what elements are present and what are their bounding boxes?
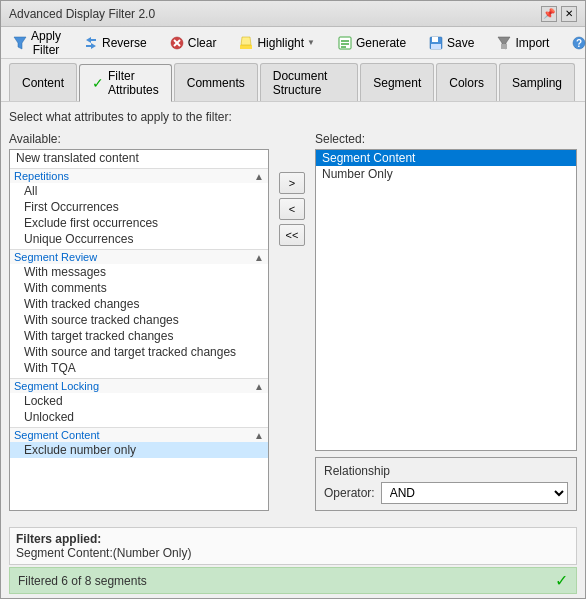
apply-filter-label: Apply Filter bbox=[31, 29, 61, 57]
list-item-unique-occurrences[interactable]: Unique Occurrences bbox=[10, 231, 268, 247]
filters-applied-value: Segment Content:(Number Only) bbox=[16, 546, 570, 560]
segment-status-bar: Filtered 6 of 8 segments ✓ bbox=[9, 567, 577, 594]
svg-rect-11 bbox=[432, 37, 438, 42]
content-description: Select what attributes to apply to the f… bbox=[9, 110, 577, 124]
operator-select[interactable]: AND OR bbox=[381, 482, 568, 504]
segment-status-check-icon: ✓ bbox=[555, 571, 568, 590]
tab-filter-attributes[interactable]: ✓ Filter Attributes bbox=[79, 64, 172, 102]
add-icon: > bbox=[289, 177, 295, 189]
clear-label: Clear bbox=[188, 36, 217, 50]
category-segment-locking[interactable]: Segment Locking ▲ bbox=[10, 378, 268, 393]
right-section: Selected: Segment Content Number Only Re… bbox=[315, 132, 577, 511]
list-item-with-tracked-changes[interactable]: With tracked changes bbox=[10, 296, 268, 312]
save-icon bbox=[428, 35, 444, 51]
reverse-button[interactable]: Reverse bbox=[76, 30, 154, 56]
clear-button[interactable]: Clear bbox=[162, 30, 224, 56]
apply-filter-button[interactable]: Apply Filter bbox=[5, 30, 68, 56]
remove-icon: < bbox=[289, 203, 295, 215]
list-item-locked[interactable]: Locked bbox=[10, 393, 268, 409]
selected-label: Selected: bbox=[315, 132, 577, 146]
main-window: Advanced Display Filter 2.0 📌 ✕ Apply Fi… bbox=[0, 0, 586, 599]
list-item-with-comments[interactable]: With comments bbox=[10, 280, 268, 296]
tab-content-label: Content bbox=[22, 76, 64, 90]
list-item-exclude-number[interactable]: Exclude number only bbox=[10, 442, 268, 458]
filter-panel: Available: New translated content Repeti… bbox=[9, 132, 577, 511]
svg-marker-5 bbox=[241, 37, 251, 45]
add-button[interactable]: > bbox=[279, 172, 305, 194]
tab-content[interactable]: Content bbox=[9, 63, 77, 101]
apply-filter-icon bbox=[12, 35, 28, 51]
available-section: Available: New translated content Repeti… bbox=[9, 132, 269, 511]
remove-all-button[interactable]: << bbox=[279, 224, 305, 246]
tabs-container: Content ✓ Filter Attributes Comments Doc… bbox=[1, 59, 585, 102]
bottom-area: Filters applied: Segment Content:(Number… bbox=[1, 519, 585, 598]
category-segment-review[interactable]: Segment Review ▲ bbox=[10, 249, 268, 264]
category-segment-content[interactable]: Segment Content ▲ bbox=[10, 427, 268, 442]
filters-applied-title: Filters applied: bbox=[16, 532, 570, 546]
highlight-dropdown-arrow: ▼ bbox=[307, 38, 315, 47]
svg-rect-4 bbox=[240, 45, 252, 49]
operator-label: Operator: bbox=[324, 486, 375, 500]
tab-comments-label: Comments bbox=[187, 76, 245, 90]
list-item-with-tqa[interactable]: With TQA bbox=[10, 360, 268, 376]
reverse-icon bbox=[83, 35, 99, 51]
pin-button[interactable]: 📌 bbox=[541, 6, 557, 22]
save-label: Save bbox=[447, 36, 474, 50]
clear-icon bbox=[169, 35, 185, 51]
svg-rect-14 bbox=[501, 44, 507, 49]
segment-review-arrow: ▲ bbox=[254, 252, 264, 263]
list-item-unlocked[interactable]: Unlocked bbox=[10, 409, 268, 425]
tab-filter-attributes-label: Filter Attributes bbox=[108, 69, 159, 97]
list-item-all[interactable]: All bbox=[10, 183, 268, 199]
relationship-title: Relationship bbox=[324, 464, 568, 478]
remove-all-icon: << bbox=[286, 229, 299, 241]
list-item-exclude-first[interactable]: Exclude first occurrences bbox=[10, 215, 268, 231]
repetitions-arrow: ▲ bbox=[254, 171, 264, 182]
highlight-button[interactable]: Highlight ▼ bbox=[231, 30, 322, 56]
list-item-source-target-tracked[interactable]: With source and target tracked changes bbox=[10, 344, 268, 360]
title-bar: Advanced Display Filter 2.0 📌 ✕ bbox=[1, 1, 585, 27]
selected-item-segment-content[interactable]: Segment Content bbox=[316, 150, 576, 166]
tab-document-structure-label: Document Structure bbox=[273, 69, 346, 97]
import-button[interactable]: Import bbox=[489, 30, 556, 56]
tab-check-icon: ✓ bbox=[92, 75, 104, 91]
relationship-box: Relationship Operator: AND OR bbox=[315, 457, 577, 511]
available-label: Available: bbox=[9, 132, 269, 146]
highlight-icon bbox=[238, 35, 254, 51]
window-title: Advanced Display Filter 2.0 bbox=[9, 7, 155, 21]
list-item-with-messages[interactable]: With messages bbox=[10, 264, 268, 280]
selected-list[interactable]: Segment Content Number Only bbox=[315, 149, 577, 451]
category-repetitions[interactable]: Repetitions ▲ bbox=[10, 168, 268, 183]
available-list[interactable]: New translated content Repetitions ▲ All… bbox=[9, 149, 269, 511]
list-item-new-translated[interactable]: New translated content bbox=[10, 150, 268, 166]
tab-colors[interactable]: Colors bbox=[436, 63, 497, 101]
generate-button[interactable]: Generate bbox=[330, 30, 413, 56]
tab-sampling[interactable]: Sampling bbox=[499, 63, 575, 101]
tab-document-structure[interactable]: Document Structure bbox=[260, 63, 359, 101]
list-item-first-occurrences[interactable]: First Occurrences bbox=[10, 199, 268, 215]
highlight-label: Highlight bbox=[257, 36, 304, 50]
remove-button[interactable]: < bbox=[279, 198, 305, 220]
list-item-target-tracked[interactable]: With target tracked changes bbox=[10, 328, 268, 344]
tab-sampling-label: Sampling bbox=[512, 76, 562, 90]
generate-label: Generate bbox=[356, 36, 406, 50]
save-button[interactable]: Save bbox=[421, 30, 481, 56]
close-button[interactable]: ✕ bbox=[561, 6, 577, 22]
toolbar: Apply Filter Reverse Clear bbox=[1, 27, 585, 59]
tab-segment[interactable]: Segment bbox=[360, 63, 434, 101]
svg-rect-12 bbox=[431, 44, 441, 49]
help-button[interactable]: ? Help bbox=[564, 30, 586, 56]
content-area: Select what attributes to apply to the f… bbox=[1, 102, 585, 519]
tab-comments[interactable]: Comments bbox=[174, 63, 258, 101]
import-label: Import bbox=[515, 36, 549, 50]
svg-marker-0 bbox=[14, 37, 26, 49]
help-icon: ? bbox=[571, 35, 586, 51]
reverse-label: Reverse bbox=[102, 36, 147, 50]
middle-buttons: > < << bbox=[277, 132, 307, 511]
svg-text:?: ? bbox=[576, 38, 582, 49]
list-item-source-tracked[interactable]: With source tracked changes bbox=[10, 312, 268, 328]
import-icon bbox=[496, 35, 512, 51]
selected-item-number-only[interactable]: Number Only bbox=[316, 166, 576, 182]
generate-icon bbox=[337, 35, 353, 51]
segment-status-text: Filtered 6 of 8 segments bbox=[18, 574, 147, 588]
